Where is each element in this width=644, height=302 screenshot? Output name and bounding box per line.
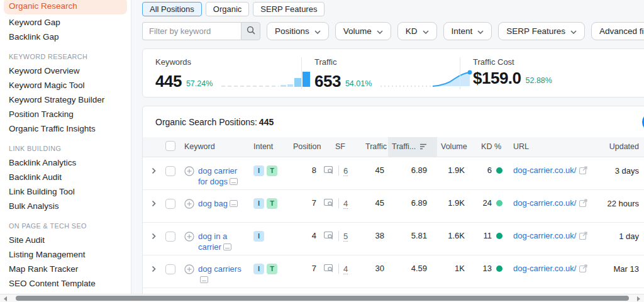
- volume-filter-dropdown[interactable]: Volume: [335, 22, 391, 40]
- search-button[interactable]: [241, 22, 260, 40]
- traffic-column-header[interactable]: Traffic: [362, 137, 388, 157]
- serp-features-count[interactable]: 5: [343, 232, 348, 242]
- sidebar-item-listing-management[interactable]: Listing Management: [0, 247, 131, 262]
- volume-value: 1K: [437, 255, 470, 288]
- position-value: 8: [289, 157, 319, 189]
- horizontal-scrollbar-thumb[interactable]: [16, 296, 629, 301]
- kd-difficulty-dot: [496, 233, 502, 239]
- table-header-row: Keyword Intent Position SF Traffic Traff…: [143, 137, 644, 157]
- sidebar-item-organic-research[interactable]: Organic Research: [4, 0, 127, 14]
- dropdown-label: Volume: [343, 26, 372, 36]
- external-link-icon[interactable]: [579, 232, 587, 242]
- serp-features-count[interactable]: 6: [343, 166, 348, 176]
- sf-column-header[interactable]: SF: [319, 137, 362, 157]
- updated-column-header[interactable]: Updated: [599, 137, 644, 157]
- url-link[interactable]: dog-carrier.co.uk/: [513, 165, 576, 175]
- intent-badge-informational[interactable]: I: [253, 231, 264, 242]
- url-column-header[interactable]: URL: [508, 137, 599, 157]
- expand-row-chevron-icon[interactable]: [152, 199, 156, 209]
- serp-snapshot-icon[interactable]: [230, 199, 238, 209]
- intent-filter-dropdown[interactable]: Intent: [443, 22, 492, 40]
- advanced-filters-dropdown[interactable]: Advanced filters: [591, 22, 644, 40]
- chevron-down-icon: [377, 26, 383, 36]
- sidebar-item-position-tracking[interactable]: Position Tracking: [0, 107, 131, 121]
- kd-difficulty-dot: [496, 200, 502, 206]
- add-keyword-icon[interactable]: [184, 232, 194, 244]
- external-link-icon[interactable]: [579, 167, 587, 176]
- serp-preview-icon[interactable]: [324, 167, 334, 177]
- row-checkbox[interactable]: [165, 166, 175, 176]
- sort-descending-icon: [419, 143, 427, 152]
- add-keyword-icon[interactable]: [184, 264, 194, 277]
- updated-value: 1 day: [599, 222, 644, 255]
- expand-row-chevron-icon[interactable]: [152, 232, 156, 242]
- sidebar: Organic Research Keyword Gap Backlink Ga…: [0, 0, 131, 302]
- url-link[interactable]: dog-carrier.co.uk/: [513, 231, 576, 240]
- serp-features-filter-dropdown[interactable]: SERP Features: [498, 22, 585, 40]
- sidebar-item-site-audit[interactable]: Site Audit: [0, 233, 131, 247]
- sidebar-item-keyword-magic-tool[interactable]: Keyword Magic Tool: [0, 78, 131, 92]
- traffic-stat-label: Traffic: [314, 57, 447, 67]
- position-value: 7: [289, 189, 319, 222]
- intent-badge-informational[interactable]: I: [253, 165, 264, 176]
- add-keyword-icon[interactable]: [184, 166, 194, 179]
- intent-badge-informational[interactable]: I: [253, 198, 264, 209]
- intent-badge-transactional[interactable]: T: [267, 264, 277, 274]
- intent-badge-transactional[interactable]: T: [267, 165, 277, 176]
- sidebar-item-map-rank-tracker[interactable]: Map Rank Tracker: [0, 262, 131, 276]
- scroll-left-arrow-icon[interactable]: [4, 296, 7, 301]
- url-link[interactable]: dog-carrier.co.uk/: [513, 264, 576, 273]
- tab-serp-features[interactable]: SERP Features: [253, 2, 325, 16]
- keyword-link[interactable]: dog carriers: [198, 264, 242, 274]
- serp-snapshot-icon[interactable]: [200, 276, 208, 285]
- serp-preview-icon[interactable]: [324, 266, 334, 275]
- scroll-right-arrow-icon[interactable]: [637, 296, 640, 301]
- select-all-checkbox[interactable]: [165, 141, 175, 151]
- sidebar-item-backlink-analytics[interactable]: Backlink Analytics: [0, 155, 131, 170]
- kd-column-header[interactable]: KD %: [470, 137, 508, 157]
- traffic-pct-column-header[interactable]: Traffi...: [388, 137, 437, 157]
- chevron-down-icon: [423, 26, 429, 36]
- sidebar-item-organic-traffic-insights[interactable]: Organic Traffic Insights: [0, 121, 131, 136]
- volume-column-header[interactable]: Volume: [437, 137, 470, 157]
- serp-preview-icon[interactable]: [324, 200, 334, 210]
- sidebar-item-keyword-overview[interactable]: Keyword Overview: [0, 64, 131, 78]
- expand-row-chevron-icon[interactable]: [152, 265, 156, 274]
- row-checkbox[interactable]: [165, 199, 175, 209]
- tab-all-positions[interactable]: All Positions: [142, 2, 202, 16]
- position-column-header[interactable]: Position: [289, 137, 319, 157]
- external-link-icon[interactable]: [579, 199, 587, 209]
- keyword-column-header[interactable]: Keyword: [180, 137, 250, 157]
- row-checkbox[interactable]: [165, 232, 175, 242]
- positions-filter-dropdown[interactable]: Positions: [267, 22, 329, 40]
- serp-features-count[interactable]: 4: [343, 199, 348, 209]
- serp-snapshot-icon[interactable]: [223, 243, 231, 252]
- serp-snapshot-icon[interactable]: [230, 177, 238, 187]
- expand-row-chevron-icon[interactable]: [152, 167, 156, 176]
- keyword-link[interactable]: dog bag: [198, 199, 228, 208]
- url-link[interactable]: dog-carrier.co.uk/: [513, 198, 576, 208]
- traffic-cost-stat: Traffic Cost $159.0 52.88%: [460, 57, 618, 89]
- external-link-icon[interactable]: [579, 265, 587, 274]
- sidebar-item-seo-content-template[interactable]: SEO Content Template: [0, 276, 131, 291]
- sidebar-item-backlink-audit[interactable]: Backlink Audit: [0, 170, 131, 184]
- updated-value: Mar 13: [599, 255, 644, 288]
- keyword-filter-input[interactable]: [142, 22, 241, 40]
- serp-preview-icon[interactable]: [324, 233, 334, 242]
- sidebar-item-keyword-strategy-builder[interactable]: Keyword Strategy Builder: [0, 92, 131, 107]
- sidebar-item-backlink-gap[interactable]: Backlink Gap: [0, 30, 131, 44]
- sidebar-item-link-building-tool[interactable]: Link Building Tool: [0, 184, 131, 199]
- sidebar-item-keyword-gap[interactable]: Keyword Gap: [0, 15, 131, 30]
- kd-filter-dropdown[interactable]: KD: [397, 22, 437, 40]
- tab-organic[interactable]: Organic: [206, 2, 250, 16]
- horizontal-scrollbar[interactable]: [0, 294, 644, 302]
- intent-badge-transactional[interactable]: T: [267, 198, 277, 209]
- sidebar-item-bulk-analysis[interactable]: Bulk Analysis: [0, 199, 131, 213]
- kd-value: 11: [484, 231, 492, 240]
- row-checkbox[interactable]: [165, 264, 175, 274]
- intent-column-header[interactable]: Intent: [250, 137, 289, 157]
- serp-features-count[interactable]: 4: [343, 264, 348, 274]
- intent-badge-informational[interactable]: I: [253, 264, 264, 274]
- divider: [338, 264, 339, 274]
- add-keyword-icon[interactable]: [184, 199, 194, 211]
